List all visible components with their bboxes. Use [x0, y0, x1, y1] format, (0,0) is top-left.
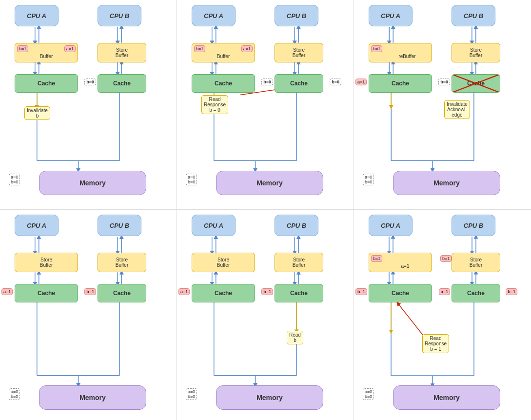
cache-b-p6: b=1 Cache	[452, 284, 500, 302]
cpu-a-p6: CPU A	[369, 215, 413, 236]
memory-p3: Memory	[393, 171, 500, 195]
store-buffer-b-p3: StoreBuffer	[452, 43, 500, 62]
cache-b-p2: Cache b=0	[275, 74, 323, 93]
store-buffer-a-p6: b=1 a=1	[369, 253, 432, 272]
cpu-b-label: CPU B	[98, 5, 141, 26]
store-buffer-a-p2: b=1 a=1 Buffer	[192, 43, 255, 62]
store-buffer-b: StoreBuffer	[98, 43, 146, 62]
store-buffer-b-p6: StoreBuffer b=1	[452, 253, 500, 272]
cpu-a-p3: CPU A	[369, 5, 413, 26]
memory: Memory	[39, 171, 146, 195]
cache-a-p4: a=1 b=1 Cache	[15, 284, 78, 302]
cache-b-p3: Cache	[452, 74, 500, 93]
cache-b: Cache	[98, 74, 146, 93]
cpu-b-p6: CPU B	[452, 215, 495, 236]
msg-invalidate: Invalidateb	[24, 106, 50, 120]
msg-read-response: ReadResponseb = 0	[201, 95, 228, 114]
cpu-b-p2: CPU B	[275, 5, 318, 26]
cpu-a-p5: CPU A	[192, 215, 236, 236]
memory-p4: Memory	[39, 385, 146, 410]
cpu-b-p3: CPU B	[452, 5, 495, 26]
cache-a-p3: a=1 b=0 Cache	[369, 74, 432, 93]
store-buffer-a-p3: b=1 re Buffer	[369, 43, 432, 62]
msg-inv-ack: InvalidateAcknowl-edge	[444, 100, 470, 119]
store-buffer-b-p5: StoreBuffer	[275, 253, 323, 272]
store-buffer-a: b=1 a=1 Buffer	[15, 43, 78, 62]
cache-a-p2: Cache b=0	[192, 74, 255, 93]
msg-read-resp-p6: ReadResponseb = 1	[422, 334, 449, 353]
cpu-a-p2: CPU A	[192, 5, 236, 26]
cpu-a-p4: CPU A	[15, 215, 59, 236]
cache-a-p6: b=1 a=1 Cache	[369, 284, 432, 302]
cpu-b-p4: CPU B	[98, 215, 141, 236]
memory-p6: Memory	[393, 385, 500, 410]
memory-p2: Memory	[216, 171, 323, 195]
cpu-a-label: CPU A	[15, 5, 59, 26]
memory-p5: Memory	[216, 385, 323, 410]
cache-a-p5: a=1 b=1 Cache	[192, 284, 255, 302]
cpu-b-p5: CPU B	[275, 215, 318, 236]
store-buffer-b-p2: StoreBuffer	[275, 43, 323, 62]
cache-a: Cache b=0	[15, 74, 78, 93]
msg-read-b: Readb	[287, 331, 303, 344]
cache-b-p5: Cache	[275, 284, 323, 302]
cache-b-p4: Cache	[98, 284, 146, 302]
store-buffer-b-p4: StoreBuffer	[98, 253, 146, 272]
store-buffer-a-p5: StoreBuffer	[192, 253, 255, 272]
store-buffer-a-p4: StoreBuffer	[15, 253, 78, 272]
